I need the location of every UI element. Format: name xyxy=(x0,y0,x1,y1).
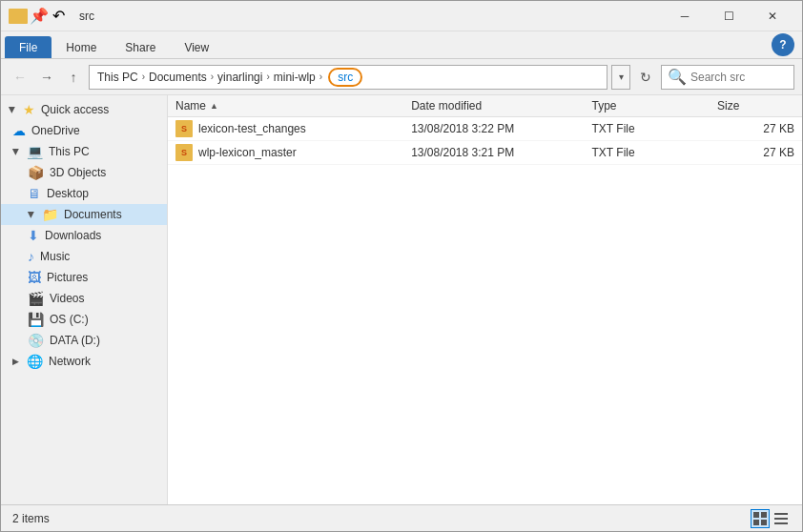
svg-rect-0 xyxy=(753,512,759,518)
refresh-button[interactable]: ↻ xyxy=(634,66,657,89)
path-arrow-1: › xyxy=(142,72,145,82)
breadcrumb-this-pc[interactable]: This PC xyxy=(97,71,138,84)
sidebar-item-quick-access[interactable]: ▶ ★ Quick access xyxy=(1,99,167,120)
close-button[interactable]: ✕ xyxy=(751,1,794,31)
breadcrumb-documents[interactable]: Documents xyxy=(149,71,207,84)
title-bar-icons: 📌 ↶ xyxy=(9,9,66,24)
file-date-cell: 13/08/2018 3:21 PM xyxy=(403,146,584,159)
file-size-cell: 27 KB xyxy=(710,122,802,135)
file-name: lexicon-test_changes xyxy=(198,122,306,135)
col-header-name[interactable]: Name ▲ xyxy=(168,99,403,113)
sidebar-item-network[interactable]: ▶ 🌐 Network xyxy=(1,351,167,372)
search-box[interactable]: 🔍 xyxy=(661,65,794,90)
desktop-icon: 🖥 xyxy=(28,186,41,201)
sidebar-label-onedrive: OneDrive xyxy=(31,124,80,137)
title-bar: 📌 ↶ src ─ ☐ ✕ xyxy=(1,1,802,31)
sidebar-item-os-c[interactable]: 💾 OS (C:) xyxy=(1,309,167,330)
sidebar-item-onedrive[interactable]: ☁ OneDrive xyxy=(1,120,167,141)
pin-icon: 📌 xyxy=(31,9,47,24)
file-name-cell: lexicon-test_changes xyxy=(168,120,403,137)
tab-home[interactable]: Home xyxy=(51,36,111,58)
file-size: 27 KB xyxy=(763,146,794,159)
list-view-icon xyxy=(774,512,788,525)
address-bar: ← → ↑ This PC › Documents › yinarlingi ›… xyxy=(1,59,802,95)
col-header-date[interactable]: Date modified xyxy=(403,99,584,113)
svg-rect-3 xyxy=(761,520,767,525)
sidebar-item-documents[interactable]: ▶ 📁 Documents xyxy=(1,204,167,225)
sidebar-label-downloads: Downloads xyxy=(45,229,101,242)
path-arrow-4: › xyxy=(319,72,322,82)
svg-rect-4 xyxy=(774,513,788,515)
back-icon-small: ↶ xyxy=(51,9,66,24)
sidebar-item-desktop[interactable]: 🖥 Desktop xyxy=(1,183,167,204)
chevron-icon: ▶ xyxy=(8,107,17,113)
svg-rect-5 xyxy=(774,518,788,520)
file-name: wlp-lexicon_master xyxy=(198,146,297,159)
content-area: Name ▲ Date modified Type Size lexicon-t… xyxy=(168,95,802,504)
file-explorer-window: 📌 ↶ src ─ ☐ ✕ File Home Share View ? ← →… xyxy=(0,0,803,532)
window-controls: ─ ☐ ✕ xyxy=(663,1,794,31)
pictures-icon: 🖼 xyxy=(28,270,41,285)
sidebar-item-3d-objects[interactable]: 📦 3D Objects xyxy=(1,162,167,183)
sidebar-item-this-pc[interactable]: ▶ 💻 This PC xyxy=(1,141,167,162)
star-icon: ★ xyxy=(23,102,35,117)
breadcrumb-mini-wlp[interactable]: mini-wlp xyxy=(274,71,316,84)
sidebar-label-network: Network xyxy=(49,355,91,368)
chevron-icon: ▶ xyxy=(12,357,19,366)
maximize-button[interactable]: ☐ xyxy=(707,1,751,31)
col-header-type[interactable]: Type xyxy=(585,99,710,113)
sidebar-item-pictures[interactable]: 🖼 Pictures xyxy=(1,267,167,288)
sidebar-label-pictures: Pictures xyxy=(47,271,88,284)
sidebar-item-videos[interactable]: 🎬 Videos xyxy=(1,288,167,309)
table-row[interactable]: wlp-lexicon_master 13/08/2018 3:21 PM TX… xyxy=(168,141,802,165)
file-size-cell: 27 KB xyxy=(710,146,802,159)
tab-view[interactable]: View xyxy=(170,36,223,58)
search-input[interactable] xyxy=(690,71,786,84)
video-icon: 🎬 xyxy=(28,291,44,306)
address-dropdown[interactable]: ▾ xyxy=(611,65,630,90)
breadcrumb-src[interactable]: src xyxy=(328,68,362,87)
view-icons-button[interactable] xyxy=(751,509,770,528)
sidebar-item-data-d[interactable]: 💿 DATA (D:) xyxy=(1,330,167,351)
file-date: 13/08/2018 3:22 PM xyxy=(411,122,514,135)
pc-icon: 💻 xyxy=(27,144,43,159)
help-button[interactable]: ? xyxy=(772,33,794,56)
view-list-button[interactable] xyxy=(772,509,791,528)
forward-button[interactable]: → xyxy=(35,66,58,89)
sidebar-label-3d-objects: 3D Objects xyxy=(50,166,106,179)
file-type: TXT File xyxy=(592,146,635,159)
search-icon: 🔍 xyxy=(668,68,687,86)
chevron-icon: ▶ xyxy=(27,212,36,218)
sidebar-label-videos: Videos xyxy=(50,292,84,305)
file-icon xyxy=(175,144,193,161)
view-controls xyxy=(751,509,791,528)
breadcrumb-yinarlingi[interactable]: yinarlingi xyxy=(217,71,262,84)
back-button[interactable]: ← xyxy=(9,66,31,89)
minimize-button[interactable]: ─ xyxy=(663,1,707,31)
table-row[interactable]: lexicon-test_changes 13/08/2018 3:22 PM … xyxy=(168,117,802,141)
svg-rect-6 xyxy=(774,522,788,524)
file-size: 27 KB xyxy=(763,122,794,135)
documents-icon: 📁 xyxy=(42,207,58,222)
sidebar: ▶ ★ Quick access ☁ OneDrive ▶ 💻 This PC … xyxy=(1,95,168,504)
main-area: ▶ ★ Quick access ☁ OneDrive ▶ 💻 This PC … xyxy=(1,95,802,504)
file-icon xyxy=(175,120,193,137)
sort-arrow-icon: ▲ xyxy=(210,101,218,111)
svg-rect-1 xyxy=(761,512,767,518)
folder-icon: 📦 xyxy=(28,165,44,180)
tab-share[interactable]: Share xyxy=(111,36,170,58)
sidebar-item-music[interactable]: ♪ Music xyxy=(1,246,167,267)
sidebar-item-downloads[interactable]: ⬇ Downloads xyxy=(1,225,167,246)
ribbon: File Home Share View ? xyxy=(1,31,802,59)
file-date-cell: 13/08/2018 3:22 PM xyxy=(403,122,584,135)
window-title: src xyxy=(79,10,94,23)
col-header-size[interactable]: Size xyxy=(710,99,802,113)
sidebar-label-documents: Documents xyxy=(64,208,122,221)
file-type-cell: TXT File xyxy=(585,146,710,159)
cloud-icon: ☁ xyxy=(12,123,26,138)
tab-file[interactable]: File xyxy=(5,36,51,58)
address-path[interactable]: This PC › Documents › yinarlingi › mini-… xyxy=(89,65,607,90)
sidebar-label-desktop: Desktop xyxy=(47,187,89,200)
grid-view-icon xyxy=(753,512,767,525)
up-button[interactable]: ↑ xyxy=(62,66,85,89)
